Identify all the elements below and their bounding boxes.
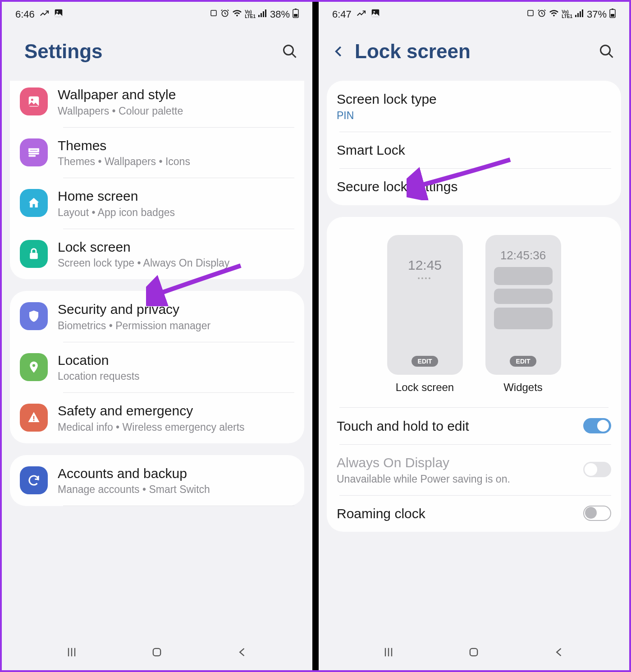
sync-icon — [20, 466, 48, 494]
svg-rect-26 — [582, 9, 583, 17]
row-title: Safety and emergency — [58, 402, 294, 419]
svg-rect-23 — [575, 15, 576, 17]
row-security[interactable]: Security and privacy Biometrics • Permis… — [10, 291, 304, 342]
svg-rect-31 — [470, 649, 477, 656]
home-button[interactable] — [465, 643, 483, 661]
signal-icon — [575, 9, 584, 19]
preview-lock-screen[interactable]: 12:45 •••• EDIT Lock screen — [387, 235, 463, 394]
svg-point-13 — [31, 99, 33, 101]
row-sub: PIN — [337, 110, 611, 122]
row-title: Smart Lock — [337, 142, 611, 159]
toggle-aod — [583, 462, 611, 477]
battery-icon — [609, 8, 616, 20]
row-lock-screen[interactable]: Lock screen Screen lock type • Always On… — [10, 229, 304, 280]
preview-label: Widgets — [503, 381, 543, 394]
lock-icon — [20, 240, 48, 268]
row-secure-lock-settings[interactable]: Secure lock settings — [327, 168, 621, 205]
toggle-roaming-clock[interactable] — [583, 506, 611, 521]
settings-header: Settings — [2, 27, 312, 81]
home-button[interactable] — [148, 643, 166, 661]
row-wallpaper[interactable]: Wallpaper and style Wallpapers • Colour … — [10, 81, 304, 127]
row-touch-hold-edit[interactable]: Touch and hold to edit — [327, 408, 621, 445]
row-sub: Location requests — [58, 370, 294, 382]
widget-block — [494, 289, 553, 304]
alarm-icon — [537, 9, 546, 20]
widget-block — [494, 267, 553, 285]
battery-pct: 37% — [587, 9, 607, 20]
svg-point-30 — [601, 46, 610, 55]
row-title: Always On Display — [337, 454, 573, 471]
svg-rect-2 — [211, 10, 216, 16]
svg-point-15 — [32, 364, 35, 367]
missed-call-icon — [356, 8, 366, 21]
svg-rect-29 — [611, 14, 614, 17]
row-title: Home screen — [58, 188, 294, 205]
back-button[interactable] — [233, 643, 251, 661]
widget-block — [494, 308, 553, 329]
row-roaming-clock[interactable]: Roaming clock — [327, 495, 621, 532]
row-location[interactable]: Location Location requests — [10, 342, 304, 393]
row-sub: Unavailable while Power saving is on. — [337, 473, 573, 485]
back-button[interactable] — [332, 45, 346, 58]
svg-rect-6 — [263, 11, 264, 17]
status-time: 6:46 — [15, 9, 35, 20]
home-icon — [20, 189, 48, 217]
battery-pct: 38% — [270, 9, 290, 20]
volte-icon: Vo)LTE1 — [245, 10, 256, 19]
row-title: Roaming clock — [337, 505, 573, 522]
battery-icon — [293, 8, 299, 20]
row-title: Wallpaper and style — [58, 86, 294, 103]
lock-header: Lock screen — [319, 27, 629, 81]
wallpaper-icon — [20, 87, 48, 115]
svg-rect-14 — [30, 253, 38, 259]
nfc-icon — [210, 9, 218, 19]
signal-icon — [258, 9, 267, 19]
lock-screen-settings: 6:47 Vo)LTE1 37% Loc — [319, 2, 629, 670]
page-title: Lock screen — [355, 40, 589, 63]
row-screen-lock-type[interactable]: Screen lock type PIN — [327, 81, 621, 132]
svg-rect-4 — [258, 15, 260, 17]
alarm-icon — [220, 9, 229, 20]
image-icon — [370, 8, 380, 21]
row-title: Accounts and backup — [58, 465, 294, 482]
svg-rect-25 — [580, 11, 581, 17]
status-time: 6:47 — [332, 9, 352, 20]
search-button[interactable] — [281, 42, 299, 60]
pin-icon — [20, 353, 48, 381]
status-bar: 6:47 Vo)LTE1 37% — [319, 2, 629, 27]
svg-rect-16 — [33, 416, 35, 420]
settings-list[interactable]: Wallpaper and style Wallpapers • Colour … — [2, 81, 312, 634]
status-bar: 6:46 Vo)LTE1 38% — [2, 2, 312, 27]
nav-bar — [319, 634, 629, 670]
row-safety[interactable]: Safety and emergency Medical info • Wire… — [10, 392, 304, 443]
row-accounts[interactable]: Accounts and backup Manage accounts • Sm… — [10, 455, 304, 506]
edit-button[interactable]: EDIT — [510, 356, 537, 367]
search-button[interactable] — [598, 42, 616, 60]
wifi-icon — [232, 9, 242, 19]
wifi-icon — [549, 9, 559, 19]
row-themes[interactable]: Themes Themes • Wallpapers • Icons — [10, 127, 304, 178]
alert-icon — [20, 404, 48, 432]
svg-rect-17 — [33, 420, 35, 421]
row-sub: Themes • Wallpapers • Icons — [58, 156, 294, 168]
svg-point-20 — [373, 11, 375, 13]
nav-bar — [2, 634, 312, 670]
row-title: Secure lock settings — [337, 178, 611, 195]
themes-icon — [20, 138, 48, 166]
row-smart-lock[interactable]: Smart Lock — [327, 132, 621, 169]
row-title: Security and privacy — [58, 301, 294, 318]
recents-button[interactable] — [63, 643, 81, 661]
shield-icon — [20, 302, 48, 330]
lock-settings-list[interactable]: Screen lock type PIN Smart Lock Secure l… — [319, 81, 629, 634]
back-button[interactable] — [550, 643, 568, 661]
row-title: Themes — [58, 137, 294, 154]
row-home-screen[interactable]: Home screen Layout • App icon badges — [10, 178, 304, 229]
missed-call-icon — [39, 8, 49, 21]
preview-widgets[interactable]: 12:45:36 EDIT Widgets — [485, 235, 561, 394]
recents-button[interactable] — [380, 643, 398, 661]
edit-button[interactable]: EDIT — [412, 356, 439, 367]
image-icon — [54, 8, 64, 21]
row-sub: Wallpapers • Colour palette — [58, 105, 294, 117]
toggle-touch-hold[interactable] — [583, 418, 611, 433]
settings-screen: 6:46 Vo)LTE1 38% Settings — [2, 2, 312, 670]
